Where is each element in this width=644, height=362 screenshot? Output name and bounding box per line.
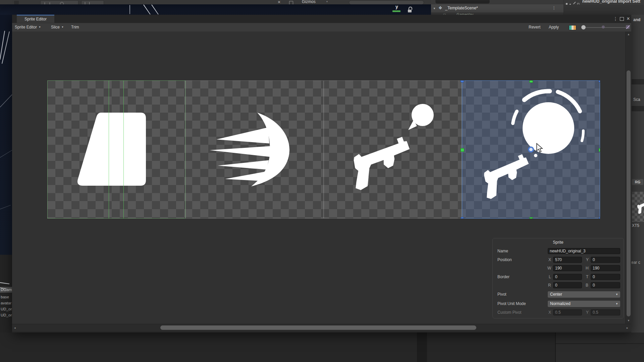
project-item[interactable]: DGam — [0, 287, 12, 293]
h-prefix: H — [586, 266, 589, 270]
pivot-value: Center — [550, 292, 562, 297]
foldout-icon[interactable]: ▼ — [433, 7, 436, 10]
sprite-editor-tab[interactable]: Sprite Editor — [17, 15, 54, 23]
name-field[interactable] — [548, 248, 620, 254]
height-field[interactable] — [591, 265, 620, 271]
lock-icon[interactable] — [408, 7, 412, 12]
scroll-down-icon[interactable]: ▼ — [627, 319, 630, 322]
chevron-down-icon: ▼ — [615, 301, 618, 307]
position-x-field[interactable] — [553, 257, 582, 263]
inspector-title: newHUD_original Import Sett — [582, 0, 644, 4]
mip-slider-track[interactable] — [584, 27, 627, 28]
sprite-editor-window: Sprite Editor ⋮ × Sprite Editor▼ Slice▼ … — [12, 15, 631, 333]
inspector-frag-sca: Sca — [633, 97, 640, 102]
position-label: Position — [497, 257, 512, 262]
inspector-frag-dxt5: XT5 — [632, 223, 639, 228]
mip-slider-knob[interactable] — [581, 25, 586, 29]
pivot-unit-mode-dropdown[interactable]: Normalized ▼ — [548, 301, 620, 307]
inspector-frag-and: and — [633, 17, 640, 22]
border-label: Border — [497, 275, 509, 279]
inspector-field-sliver — [631, 79, 644, 84]
custom-pivot-y-field — [591, 309, 620, 315]
color-channels-icon[interactable] — [569, 25, 576, 30]
project-item[interactable]: base — [0, 294, 12, 300]
r-prefix: R — [548, 283, 551, 288]
slice-guide-line[interactable] — [109, 80, 109, 219]
horizontal-scroll-thumb[interactable] — [160, 325, 476, 330]
chevron-down-icon: ▼ — [61, 26, 64, 28]
bottom-background — [0, 333, 644, 362]
scroll-right-icon[interactable]: ▸ — [627, 326, 628, 329]
sprite-1-crescent-flash — [185, 80, 324, 219]
scroll-left-icon[interactable]: ◂ — [14, 326, 16, 329]
project-item[interactable]: UD_or — [0, 306, 12, 312]
panel-title: Sprite — [493, 240, 624, 245]
inspector-subheader — [564, 5, 644, 15]
scene-view-top-sliver[interactable] — [0, 4, 431, 15]
trim-button[interactable]: Trim — [71, 23, 79, 31]
revert-button[interactable]: Revert — [529, 23, 540, 31]
handle-left-mid[interactable] — [461, 148, 464, 152]
sprite-data-panel: Sprite Name Position X Y W H Border L T … — [492, 238, 624, 318]
horizontal-scrollbar[interactable]: ◂ ▸ — [12, 324, 631, 331]
scene-toolbar-strip: × Gizmos ▼ — [0, 0, 431, 4]
border-l-field[interactable] — [553, 274, 582, 280]
sprite-editor-menu-button[interactable]: Sprite Editor▼ — [15, 23, 41, 31]
inspector-panel: newHUD_original Import Sett — [564, 0, 644, 15]
vertical-scroll-thumb[interactable] — [627, 70, 631, 316]
handle-right-mid[interactable] — [599, 148, 600, 152]
scene-close-icon[interactable]: × — [278, 0, 280, 5]
texture-canvas[interactable] — [47, 80, 600, 219]
hierarchy-scene-row[interactable]: ▼ ❖ _TemplateScene* ⋮ — [431, 4, 564, 12]
border-b-field[interactable] — [591, 282, 620, 288]
name-label: Name — [497, 249, 508, 253]
custom-pivot-label: Custom Pivot — [497, 310, 521, 315]
scroll-up-icon[interactable]: ▲ — [627, 33, 630, 36]
b-prefix: B — [586, 283, 588, 288]
gizmos-button[interactable]: Gizmos — [302, 0, 329, 4]
pivot-handle[interactable] — [528, 146, 534, 153]
handle-top-mid[interactable] — [529, 80, 533, 83]
pivot-dropdown[interactable]: Center ▼ — [548, 291, 620, 298]
project-item[interactable]: UD_or — [0, 312, 12, 318]
slice-menu-button[interactable]: Slice▼ — [51, 23, 64, 31]
border-t-field[interactable] — [591, 274, 620, 280]
kebab-menu-icon[interactable]: ⋮ — [552, 5, 556, 10]
inspector-frag-clear: ear c — [631, 260, 640, 265]
y-prefix: Y — [586, 257, 589, 262]
unity-scene-icon: ❖ — [438, 5, 442, 10]
window-maximize-icon[interactable] — [620, 17, 624, 21]
gizmos-label: Gizmos — [302, 0, 329, 4]
handle-bottom-mid[interactable] — [529, 217, 533, 219]
unity-editor: × Gizmos ▼ y ▼ ❖ _TemplateScene* ⋮ — [0, 0, 644, 362]
hierarchy-search-input[interactable] — [435, 0, 490, 4]
inspector-field-sliver — [631, 106, 644, 111]
sprite-editor-toolbar: Sprite Editor▼ Slice▼ Trim Revert Apply — [12, 23, 631, 32]
custom-pivot-x-field — [553, 309, 582, 315]
cp-x-prefix: X — [548, 310, 551, 315]
rgb-preview-button[interactable]: RG — [632, 179, 643, 185]
sprite-0-trapezoid — [47, 80, 185, 219]
slice-guide-line[interactable] — [123, 80, 124, 219]
pivot-unit-mode-value: Normalized — [550, 301, 571, 306]
width-field[interactable] — [553, 265, 582, 271]
handle-bottom-left[interactable] — [460, 217, 464, 219]
border-r-field[interactable] — [553, 282, 582, 288]
window-menu-icon[interactable]: ⋮ — [612, 15, 619, 22]
apply-button[interactable]: Apply — [549, 23, 559, 31]
alpha-icon — [602, 25, 605, 28]
project-item[interactable]: avatar — [0, 300, 12, 306]
axis-gizmo-green-bar — [392, 10, 400, 12]
scene-name-label: _TemplateScene* — [445, 6, 478, 10]
axis-gizmo-y-label[interactable]: y — [395, 4, 398, 9]
panel-gap — [417, 333, 427, 362]
vertical-scrollbar[interactable]: ▲ ▼ — [625, 32, 632, 324]
chevron-down-icon: ▼ — [39, 26, 41, 28]
window-close-icon[interactable]: × — [625, 15, 631, 22]
pivot-label: Pivot — [497, 292, 506, 297]
tool-icon[interactable] — [14, 1, 19, 4]
gizmos-caret-icon: ▼ — [326, 1, 328, 3]
inspector-right-sliver: and Sca RG XT5 ear c — [631, 15, 644, 333]
position-y-field[interactable] — [591, 257, 620, 263]
scene-view-left-sliver[interactable] — [0, 15, 12, 255]
